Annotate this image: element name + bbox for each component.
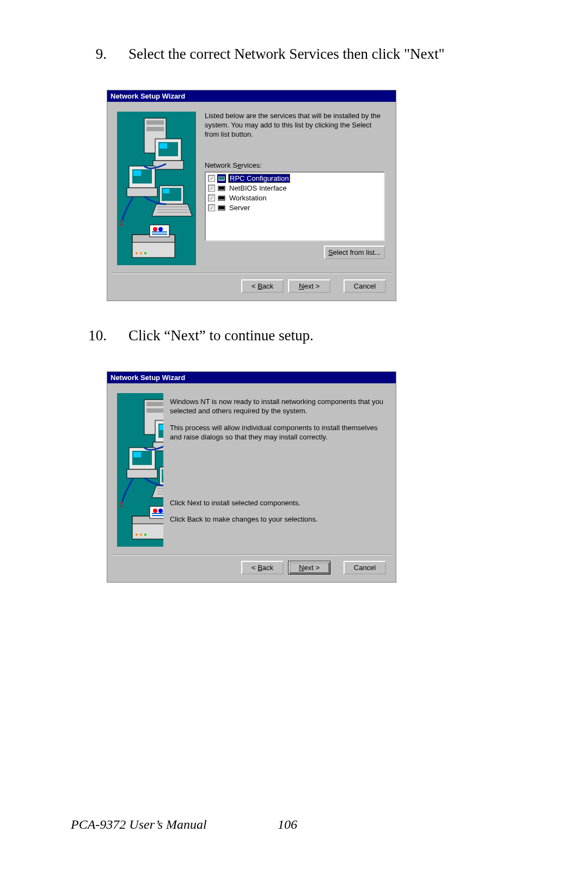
wizard-image bbox=[117, 112, 196, 265]
svg-point-28 bbox=[140, 252, 142, 254]
button-text: < bbox=[252, 564, 258, 572]
service-icon bbox=[217, 184, 226, 193]
svg-rect-9 bbox=[133, 170, 141, 176]
button-accelerator: B bbox=[258, 564, 262, 572]
dialog-paragraph: This process will allow individual compo… bbox=[170, 424, 385, 442]
dialog-paragraph: Windows NT is now ready to install netwo… bbox=[170, 397, 385, 416]
cancel-button[interactable]: Cancel bbox=[344, 279, 386, 293]
svg-rect-34 bbox=[219, 187, 224, 189]
svg-marker-14 bbox=[152, 204, 192, 216]
list-item[interactable]: NetBIOS Interface bbox=[207, 183, 383, 193]
back-button[interactable]: < Back bbox=[241, 279, 284, 293]
svg-point-27 bbox=[136, 252, 138, 254]
svg-rect-64 bbox=[152, 513, 163, 514]
svg-rect-5 bbox=[160, 143, 167, 149]
service-icon bbox=[217, 174, 226, 183]
button-accelerator: N bbox=[299, 282, 304, 290]
svg-rect-26 bbox=[152, 234, 167, 235]
network-setup-wizard-dialog: Network Setup Wizard bbox=[107, 371, 396, 583]
svg-rect-36 bbox=[219, 197, 224, 199]
svg-rect-52 bbox=[163, 470, 163, 475]
svg-rect-41 bbox=[146, 408, 163, 413]
button-text: < bbox=[252, 282, 258, 290]
checkbox-icon[interactable] bbox=[208, 185, 215, 192]
back-button[interactable]: < Back bbox=[241, 561, 284, 574]
svg-point-62 bbox=[153, 509, 157, 513]
checkbox-icon[interactable] bbox=[208, 204, 215, 211]
svg-rect-13 bbox=[163, 189, 169, 193]
next-button[interactable]: Next > bbox=[288, 279, 330, 293]
service-icon bbox=[217, 194, 226, 203]
button-accelerator: N bbox=[299, 564, 304, 572]
svg-marker-53 bbox=[152, 486, 163, 498]
svg-point-68 bbox=[144, 534, 146, 536]
svg-point-57 bbox=[120, 502, 122, 504]
svg-rect-2 bbox=[146, 127, 164, 131]
select-from-list-button[interactable]: Select from list... bbox=[324, 246, 385, 259]
service-label: Server bbox=[228, 204, 251, 212]
dialog-paragraph: Click Back to make changes to your selec… bbox=[170, 515, 385, 524]
dialog-2-screenshot: Network Setup Wizard bbox=[107, 371, 516, 583]
button-text: ack bbox=[262, 282, 273, 290]
svg-point-58 bbox=[120, 505, 122, 507]
list-item[interactable]: RPC Configuration bbox=[207, 174, 383, 183]
dialog-1-screenshot: Network Setup Wizard bbox=[107, 90, 516, 301]
label-part: Network S bbox=[205, 161, 237, 169]
service-label: NetBIOS Interface bbox=[228, 184, 288, 192]
network-services-listbox[interactable]: RPC Configuration NetBIOS Interface bbox=[205, 172, 385, 241]
svg-rect-40 bbox=[146, 402, 163, 406]
svg-point-63 bbox=[158, 509, 163, 513]
svg-rect-38 bbox=[219, 206, 224, 209]
step-10: 10. Click “Next” to continue setup. bbox=[70, 327, 516, 344]
button-text: ext > bbox=[304, 282, 320, 290]
dialog-intro-text: Listed below are the services that will … bbox=[205, 112, 385, 139]
checkbox-icon[interactable] bbox=[208, 194, 215, 201]
step-text: Click “Next” to continue setup. bbox=[107, 327, 516, 344]
svg-rect-10 bbox=[127, 188, 157, 197]
svg-rect-65 bbox=[152, 515, 163, 516]
next-button[interactable]: Next > bbox=[288, 561, 330, 574]
list-item[interactable]: Server bbox=[207, 203, 383, 213]
network-setup-wizard-dialog: Network Setup Wizard bbox=[107, 90, 396, 301]
svg-rect-49 bbox=[127, 469, 157, 478]
button-accelerator: B bbox=[258, 282, 262, 290]
step-number: 10. bbox=[70, 327, 107, 344]
page-number: 106 bbox=[278, 817, 297, 832]
button-accelerator: S bbox=[328, 248, 333, 256]
svg-rect-25 bbox=[152, 231, 167, 233]
svg-rect-1 bbox=[146, 120, 164, 125]
svg-point-19 bbox=[120, 224, 122, 226]
button-text: ack bbox=[262, 564, 273, 572]
step-9: 9. Select the correct Network Services t… bbox=[70, 46, 516, 63]
dialog-titlebar: Network Setup Wizard bbox=[107, 90, 396, 102]
service-label: RPC Configuration bbox=[228, 174, 290, 183]
svg-point-66 bbox=[136, 534, 138, 536]
label-part: rvices: bbox=[241, 161, 262, 169]
wizard-image bbox=[117, 393, 163, 547]
step-text: Select the correct Network Services then… bbox=[107, 46, 516, 63]
svg-point-24 bbox=[158, 227, 163, 231]
step-number: 9. bbox=[70, 46, 107, 63]
service-label: Workstation bbox=[228, 194, 267, 202]
svg-rect-48 bbox=[133, 452, 141, 457]
checkbox-icon[interactable] bbox=[208, 175, 215, 182]
svg-point-67 bbox=[140, 534, 142, 536]
svg-point-29 bbox=[144, 252, 146, 254]
manual-title: PCA-9372 User’s Manual bbox=[71, 817, 207, 831]
network-services-label: Network Services: bbox=[205, 161, 385, 169]
dialog-titlebar: Network Setup Wizard bbox=[107, 372, 396, 383]
service-icon bbox=[217, 204, 226, 212]
svg-rect-32 bbox=[219, 177, 224, 180]
svg-point-18 bbox=[120, 221, 122, 223]
svg-rect-44 bbox=[160, 425, 163, 430]
cancel-button[interactable]: Cancel bbox=[344, 561, 386, 574]
page-footer: PCA-9372 User’s Manual 106 bbox=[71, 817, 517, 832]
svg-point-23 bbox=[153, 227, 157, 231]
button-text: elect from list... bbox=[333, 248, 381, 256]
button-text: ext > bbox=[304, 564, 320, 572]
dialog-paragraph: Click Next to install selected component… bbox=[170, 499, 385, 508]
list-item[interactable]: Workstation bbox=[207, 193, 383, 203]
